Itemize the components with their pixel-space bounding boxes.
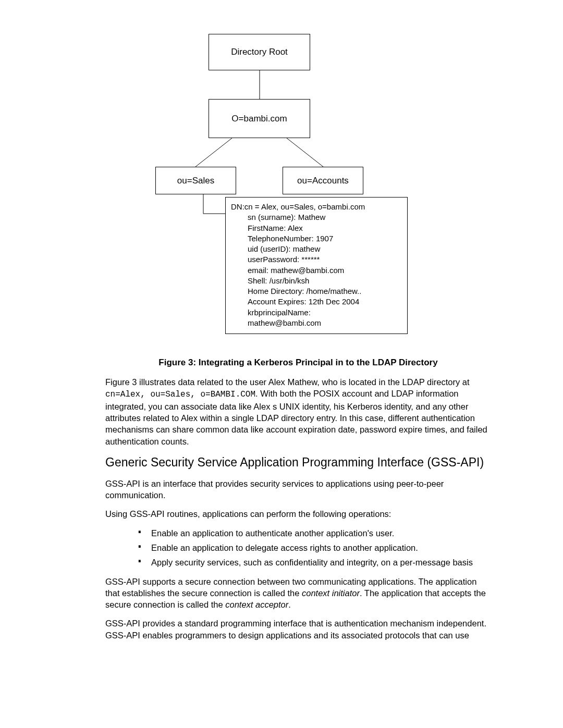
user-attr: krbprincipalName:: [248, 307, 402, 318]
paragraph-5: GSS-API provides a standard programming …: [105, 618, 491, 641]
user-attr: sn (surname): Mathew: [248, 212, 402, 223]
bullet-list: Enable an application to authenticate an…: [105, 527, 491, 569]
node-user-entry: DN:cn = Alex, ou=Sales, o=bambi.com sn (…: [225, 197, 408, 334]
user-attr: Home Directory: /home/mathew..: [248, 286, 402, 297]
node-label: O=bambi.com: [231, 114, 287, 124]
node-org: O=bambi.com: [209, 99, 310, 138]
node-ou-sales: ou=Sales: [155, 167, 236, 194]
user-attr: FirstName: Alex: [248, 223, 402, 233]
bullet-item: Enable an application to authenticate an…: [137, 527, 491, 539]
node-label: ou=Accounts: [297, 176, 349, 186]
paragraph-4: GSS-API supports a secure connection bet…: [105, 576, 491, 611]
bullet-item: Enable an application to delegate access…: [137, 542, 491, 553]
term-context-initiator: context initiator: [302, 588, 360, 598]
section-heading-gssapi: Generic Security Service Application Pro…: [105, 454, 491, 471]
svg-line-2: [287, 138, 323, 167]
user-attr: uid (userID): mathew: [248, 244, 402, 254]
bullet-item: Apply security services, such as confide…: [137, 557, 491, 568]
term-context-acceptor: context acceptor: [225, 600, 288, 609]
text: Figure 3 illustrates data related to the…: [105, 377, 470, 387]
user-dn: DN:cn = Alex, ou=Sales, o=bambi.com: [231, 202, 402, 212]
body-text: Figure 3: Integrating a Kerberos Princip…: [105, 357, 491, 648]
paragraph-2: GSS-API is an interface that provides se…: [105, 478, 491, 501]
node-label: Directory Root: [231, 47, 288, 57]
user-attr: mathew@bambi.com: [248, 318, 402, 328]
paragraph-3: Using GSS-API routines, applications can…: [105, 508, 491, 520]
page: Directory Root O=bambi.com ou=Sales ou=A…: [0, 0, 563, 728]
ldap-tree-diagram: Directory Root O=bambi.com ou=Sales ou=A…: [0, 31, 563, 344]
paragraph-1: Figure 3 illustrates data related to the…: [105, 376, 491, 447]
user-attr: Shell: /usr/bin/ksh: [248, 276, 402, 286]
node-directory-root: Directory Root: [209, 34, 310, 70]
user-attr: Account Expires: 12th Dec 2004: [248, 297, 402, 307]
user-attr: email: mathew@bambi.com: [248, 265, 402, 276]
node-ou-accounts: ou=Accounts: [283, 167, 363, 194]
user-attr: TelephoneNumber: 1907: [248, 233, 402, 244]
figure-caption: Figure 3: Integrating a Kerberos Princip…: [105, 357, 491, 369]
user-attr: userPassword: ******: [248, 254, 402, 265]
ldap-dn-code: cn=Alex, ou=Sales, o=BAMBI.COM: [105, 390, 255, 399]
svg-line-1: [195, 138, 232, 167]
text: .: [288, 600, 291, 609]
node-label: ou=Sales: [177, 176, 214, 186]
